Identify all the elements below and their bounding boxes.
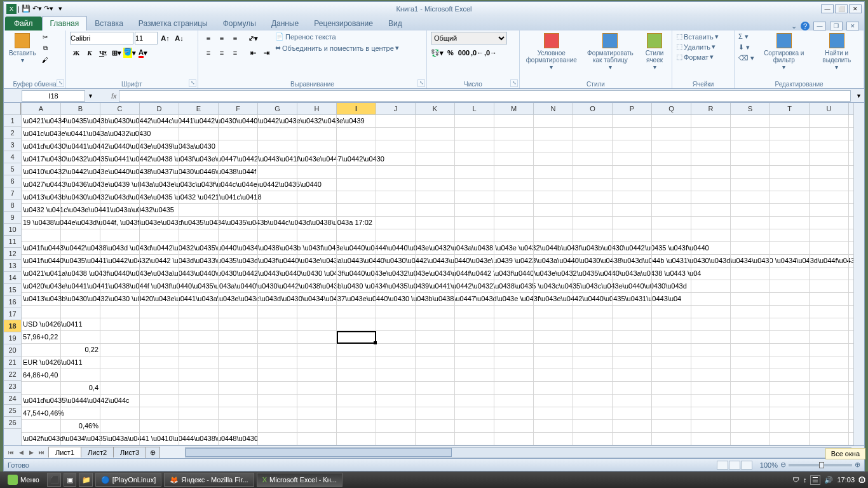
cell[interactable] [455,356,494,369]
cell[interactable] [613,331,652,343]
cell[interactable] [100,356,140,369]
cell[interactable] [810,204,849,216]
cell[interactable] [179,229,219,241]
cell[interactable] [691,395,731,407]
cell[interactable] [573,395,613,407]
cell[interactable] [770,331,810,343]
cell[interactable] [691,407,731,419]
cell[interactable] [100,140,140,152]
view-normal-icon[interactable] [717,461,728,470]
col-header-T[interactable]: T [770,103,810,114]
cell[interactable] [731,293,770,305]
cell[interactable] [61,293,100,305]
cell[interactable] [140,420,179,432]
cell[interactable] [337,204,376,216]
cell[interactable] [652,318,691,330]
row-header-22[interactable]: 22 [4,369,21,381]
cell[interactable] [100,369,140,381]
cell[interactable] [100,166,140,178]
cell[interactable] [219,395,258,407]
col-header-H[interactable]: H [297,103,337,114]
cell[interactable]: \u0427\u0443\u0436\u043e\u0439 \u043a\u0… [22,179,61,191]
percent-icon[interactable]: % [444,46,457,59]
cell[interactable] [337,242,376,254]
cell[interactable] [140,242,179,254]
cell[interactable] [179,318,219,330]
cell[interactable] [573,433,613,445]
bold-button[interactable]: Ж [70,46,83,59]
cell[interactable] [494,395,534,407]
cell[interactable] [337,115,376,127]
row-header-15[interactable]: 15 [4,284,21,296]
cell[interactable] [455,433,494,445]
cell[interactable] [61,166,100,178]
cell[interactable] [455,153,494,165]
sort-filter-button[interactable]: Сортировка и фильтр▾ [757,32,811,72]
cell[interactable] [691,204,731,216]
cell[interactable] [179,331,219,343]
cell[interactable] [770,382,810,394]
cells-area[interactable]: \u0421\u0434\u0435\u043b\u0430\u0442\u04… [22,115,853,445]
cell[interactable] [61,331,100,343]
cell[interactable] [416,382,455,394]
cell[interactable]: 57,96+0,22 [22,331,61,343]
cell[interactable] [140,395,179,407]
zoom-level[interactable]: 100% [760,461,778,469]
cell[interactable] [219,369,258,381]
col-header-O[interactable]: O [573,103,613,114]
cell[interactable] [140,255,179,267]
cell[interactable] [652,369,691,381]
vertical-scrollbar[interactable] [853,103,864,445]
cell[interactable] [61,242,100,254]
cell[interactable] [376,331,416,343]
launcher-show-desktop[interactable]: ⬛ [47,473,61,487]
cell[interactable] [731,140,770,152]
cell[interactable] [731,407,770,419]
cell[interactable] [61,204,100,216]
row-header-5[interactable]: 5 [4,163,21,175]
increase-decimal-icon[interactable]: ,0← [471,46,484,59]
cell[interactable] [691,369,731,381]
cell[interactable] [297,242,337,254]
cell[interactable] [494,356,534,369]
cell[interactable] [770,128,810,140]
cell[interactable] [534,128,573,140]
align-center-icon[interactable]: ≡ [215,46,228,59]
cell[interactable] [810,255,849,267]
cell[interactable] [810,217,849,229]
font-color-button[interactable]: A▾ [137,46,149,59]
cell[interactable] [534,369,573,381]
cell[interactable] [810,128,849,140]
cell[interactable] [613,306,652,318]
cell[interactable] [731,204,770,216]
cell[interactable] [691,382,731,394]
cell[interactable] [61,179,100,191]
cell[interactable] [258,433,297,445]
doc-close-button[interactable]: ✕ [846,22,859,30]
cell[interactable] [100,128,140,140]
cell[interactable] [219,318,258,330]
cell[interactable] [297,356,337,369]
cell[interactable] [494,128,534,140]
cell[interactable] [810,268,849,280]
cell[interactable] [61,318,100,330]
cell[interactable] [613,344,652,356]
cell[interactable] [179,191,219,203]
cell[interactable] [770,268,810,280]
cell[interactable] [573,344,613,356]
cell[interactable] [258,395,297,407]
cell[interactable] [337,268,376,280]
cell[interactable] [534,318,573,330]
cell[interactable] [258,369,297,381]
cell[interactable] [731,356,770,369]
cell[interactable]: USD \u0426\u0411 [22,318,61,330]
cell[interactable] [494,382,534,394]
cell[interactable]: EUR \u0426\u0411 [22,356,61,369]
cell[interactable] [61,306,100,318]
col-header-I[interactable]: I [337,103,376,114]
cell[interactable] [376,280,416,292]
cell[interactable] [416,242,455,254]
cell[interactable] [140,140,179,152]
cell[interactable] [219,407,258,419]
currency-icon[interactable]: 💱▾ [431,46,444,59]
